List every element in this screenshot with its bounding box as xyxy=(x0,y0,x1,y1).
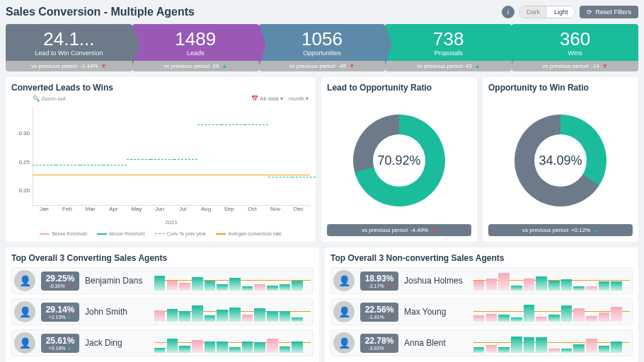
agent-badge: 22.78% -3.03% ▼ xyxy=(360,334,398,353)
donut1-title: Lead to Opportunity Ratio xyxy=(327,83,471,93)
donut2-footer: vs previous period+0.12%▲ xyxy=(488,224,633,236)
reset-icon: ⟳ xyxy=(587,8,592,16)
reset-label: Reset Filters xyxy=(595,8,631,16)
theme-dark[interactable]: Dark xyxy=(519,6,547,18)
avg-line xyxy=(33,175,310,175)
sparkline xyxy=(154,302,311,322)
agent-name: Jack Ding xyxy=(85,338,149,348)
reset-filters-button[interactable]: ⟳ Reset Filters xyxy=(580,6,638,18)
kpi-value: 738 xyxy=(388,30,509,48)
down-icon: ▼ xyxy=(431,227,437,233)
avatar: 👤 xyxy=(14,332,35,354)
sparkline xyxy=(154,271,311,291)
kpi-label: Leads xyxy=(135,49,256,57)
top-agents-title: Top Overall 3 Converting Sales Agents xyxy=(11,253,314,263)
page-title: Sales Conversion - Multiple Agents xyxy=(6,6,195,18)
kpi-footer: vs previous period-1.44%▼ xyxy=(6,61,132,71)
bar-chart[interactable]: 0.20 0.25 0.30 JanFebMarAprMayJunJulAugS… xyxy=(11,107,310,220)
kpi-value: 360 xyxy=(514,30,636,48)
bottom-agents-title: Top Overall 3 Non-converting Sales Agent… xyxy=(330,253,633,263)
agent-badge: 22.56% -1.41% ▼ xyxy=(360,303,398,322)
agent-name: John Smith xyxy=(85,307,149,317)
info-button[interactable]: i xyxy=(502,6,514,18)
avatar: 👤 xyxy=(14,270,35,291)
lead-opportunity-ratio-panel: Lead to Opportunity Ratio 70.92% vs prev… xyxy=(321,77,477,242)
up-icon: ▲ xyxy=(593,227,599,233)
agent-name: Benjamin Dans xyxy=(85,276,149,286)
donut2-value: 34.09% xyxy=(534,134,587,187)
donut-chart-2[interactable]: 34.09% xyxy=(514,115,606,206)
agent-badge: 18.93% -3.17% ▼ xyxy=(360,272,398,291)
avatar: 👤 xyxy=(333,301,355,322)
agent-name: Joshua Holmes xyxy=(404,276,468,286)
bottom-agents-panel: Top Overall 3 Non-converting Sales Agent… xyxy=(325,247,638,362)
sparkline xyxy=(154,333,311,353)
agent-badge: 29.25% -0.36% ▼ xyxy=(41,272,79,291)
opportunity-win-ratio-panel: Opportunity to Win Ratio 34.09% vs previ… xyxy=(483,77,638,242)
date-range-dropdown[interactable]: 📅 All data ▾ xyxy=(251,95,283,102)
kpi-card[interactable]: 24.1... Lead to Win Conversion vs previo… xyxy=(6,24,132,71)
theme-light[interactable]: Light xyxy=(547,6,575,18)
kpi-footer: vs previous period-45▼ xyxy=(259,61,386,71)
agent-badge: 25.61% +0.18% ▲ xyxy=(41,334,79,353)
kpi-label: Lead to Win Conversion xyxy=(8,49,130,57)
agent-name: Anna Blent xyxy=(404,338,468,348)
period-dropdown[interactable]: month ▾ xyxy=(289,95,309,102)
theme-toggle[interactable]: Dark Light xyxy=(519,6,576,18)
kpi-card[interactable]: 1056 Opportunities vs previous period-45… xyxy=(259,24,386,71)
kpi-card[interactable]: 1489 Leads vs previous period29▲ xyxy=(132,24,259,71)
y-axis: 0.20 0.25 0.30 xyxy=(11,107,31,206)
avatar: 👤 xyxy=(333,332,355,354)
agent-name: Max Young xyxy=(404,307,468,317)
agent-badge: 29.14% +2.13% ▲ xyxy=(41,303,79,322)
kpi-label: Opportunities xyxy=(262,49,383,57)
sparkline xyxy=(473,333,630,353)
sparkline xyxy=(473,271,630,291)
avatar: 👤 xyxy=(333,270,355,291)
zoom-out-button[interactable]: 🔍 Zoom-out xyxy=(33,95,65,102)
agent-row[interactable]: 👤 29.14% +2.13% ▲ John Smith xyxy=(11,298,314,325)
kpi-label: Wins xyxy=(514,49,636,57)
kpi-value: 1489 xyxy=(135,30,256,48)
agent-row[interactable]: 👤 25.61% +0.18% ▲ Jack Ding xyxy=(11,329,314,356)
donut1-footer: vs previous period-4.49%▼ xyxy=(327,224,471,236)
kpi-card[interactable]: 360 Wins vs previous period-14▼ xyxy=(512,24,638,71)
kpi-footer: vs previous period-14▼ xyxy=(512,61,638,71)
agent-row[interactable]: 👤 29.25% -0.36% ▼ Benjamin Dans xyxy=(11,267,314,294)
converted-leads-chart-panel: Converted Leads to Wins 🔍 Zoom-out 📅 All… xyxy=(6,77,316,242)
kpi-footer: vs previous period29▲ xyxy=(132,61,259,71)
donut2-title: Opportunity to Win Ratio xyxy=(488,83,633,93)
kpi-value: 1056 xyxy=(262,30,383,48)
kpi-label: Proposals xyxy=(388,49,509,57)
sparkline xyxy=(473,302,630,322)
chart-title: Converted Leads to Wins xyxy=(11,83,310,93)
agent-row[interactable]: 👤 22.56% -1.41% ▼ Max Young xyxy=(330,298,633,325)
x-axis: JanFebMarAprMayJunJulAugSepOctNovDec xyxy=(33,206,310,220)
avatar: 👤 xyxy=(14,301,35,322)
kpi-card[interactable]: 738 Proposals vs previous period43▲ xyxy=(385,24,512,71)
chart-legend: Below threshold Above threshold Conv % p… xyxy=(11,231,310,236)
agent-row[interactable]: 👤 18.93% -3.17% ▼ Joshua Holmes xyxy=(330,267,633,294)
agent-row[interactable]: 👤 22.78% -3.03% ▼ Anna Blent xyxy=(330,329,633,356)
kpi-value: 24.1... xyxy=(8,30,130,48)
donut1-value: 70.92% xyxy=(373,134,425,187)
header-controls: i Dark Light ⟳ Reset Filters xyxy=(502,6,638,18)
kpi-row: 24.1... Lead to Win Conversion vs previo… xyxy=(6,24,638,71)
kpi-footer: vs previous period43▲ xyxy=(385,61,512,71)
top-agents-panel: Top Overall 3 Converting Sales Agents 👤 … xyxy=(6,247,319,362)
donut-chart-1[interactable]: 70.92% xyxy=(353,115,445,206)
year-label: 2021 xyxy=(33,219,310,226)
